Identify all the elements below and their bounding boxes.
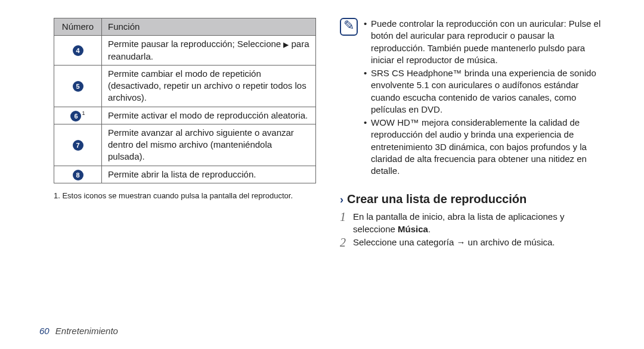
step-text: En la pantalla de inicio, abra la lista … [353, 211, 602, 235]
row-function: Permite pausar la reproducción; Seleccio… [102, 36, 316, 66]
row-number-badge: 7 [73, 140, 83, 151]
table-row: 7 Permite avanzar al archivo siguiente o… [54, 124, 316, 166]
row-function: Permite abrir la lista de reproducción. [102, 166, 316, 183]
section-title: Crear una lista de reproducción [347, 191, 527, 207]
step-1: 1 En la pantalla de inicio, abra la list… [340, 211, 602, 235]
page-number: 60 [39, 326, 49, 336]
note-item: WOW HD™ mejora considerablemente la cali… [364, 117, 602, 177]
note-item: Puede controlar la reproducción con un a… [364, 18, 602, 66]
table-row: 4 Permite pausar la reproducción; Selecc… [54, 36, 316, 66]
note-item: SRS CS Headphone™ brinda una experiencia… [364, 67, 602, 116]
section-heading: › Crear una lista de reproducción [340, 191, 602, 207]
step-number: 1 [340, 211, 348, 235]
row-number-badge: 5 [73, 81, 83, 92]
footer-section: Entretenimiento [55, 326, 118, 336]
row-number-badge: 8 [73, 170, 83, 180]
row-function: Permite activar el modo de reproducción … [102, 107, 316, 124]
step-text: Seleccione una categoría → un archivo de… [353, 236, 555, 248]
play-icon: ▶ [283, 40, 289, 49]
step-number: 2 [340, 236, 348, 248]
functions-table: Número Función 4 Permite pausar la repro… [54, 18, 316, 183]
table-footnote: 1. Estos iconos se muestran cuando pulsa… [54, 191, 316, 201]
row-number-badge: 6 [70, 111, 81, 121]
table-head-function: Función [102, 18, 316, 36]
info-note: ✎ Puede controlar la reproducción con un… [340, 18, 602, 178]
table-row: 5 Permite cambiar el modo de repetición … [54, 65, 316, 107]
row-number-badge: 4 [73, 45, 83, 56]
chevron-icon: › [340, 192, 343, 207]
note-icon: ✎ [340, 18, 358, 36]
table-row: 61 Permite activar el modo de reproducci… [54, 107, 316, 124]
row-function: Permite avanzar al archivo siguiente o a… [102, 124, 316, 166]
row-function: Permite cambiar el modo de repetición (d… [102, 65, 316, 107]
footnote-marker: 1 [82, 110, 85, 116]
table-row: 8 Permite abrir la lista de reproducción… [54, 166, 316, 183]
step-2: 2 Seleccione una categoría → un archivo … [340, 236, 602, 248]
page-footer: 60 Entretenimiento [39, 325, 118, 337]
table-head-number: Número [54, 18, 102, 36]
